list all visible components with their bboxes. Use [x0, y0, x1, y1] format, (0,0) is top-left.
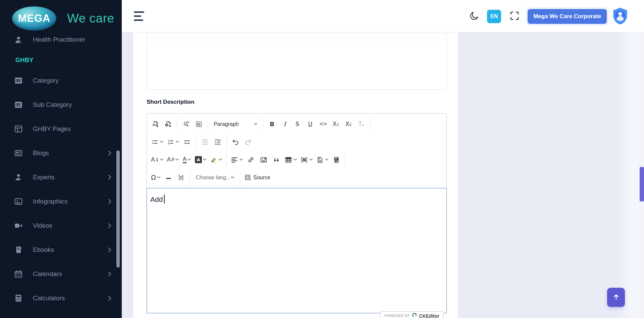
code-button[interactable]: <>	[317, 118, 329, 131]
underline-button[interactable]: U	[304, 118, 316, 131]
sidebar-item-experts[interactable]: Experts	[0, 165, 122, 189]
hamburger-menu-button[interactable]	[134, 11, 145, 21]
sidebar-item-label: Sub Category	[33, 101, 72, 108]
insert-table-button[interactable]	[283, 153, 298, 166]
header-actions: EN Mega We Care Corporate	[468, 0, 629, 33]
svg-text:HTML: HTML	[334, 160, 338, 162]
superscript-icon: X2	[345, 121, 352, 127]
font-family-button[interactable]: A	[165, 153, 180, 166]
source-editing-button[interactable]: Source	[243, 171, 272, 184]
editor-content[interactable]: Add	[147, 188, 446, 208]
table-icon	[284, 156, 292, 164]
subscript-button[interactable]: X2	[330, 118, 342, 131]
highlight-button[interactable]	[208, 153, 223, 166]
code-block-icon	[316, 156, 324, 164]
link-button[interactable]	[245, 153, 257, 166]
font-background-color-button[interactable]: A	[194, 153, 208, 166]
sidebar-scrollbar-thumb[interactable]	[116, 150, 120, 268]
upper-form-field[interactable]	[147, 33, 447, 90]
indent-button[interactable]	[212, 136, 224, 148]
fullscreen-button[interactable]	[508, 10, 521, 22]
media-icon	[300, 156, 308, 164]
ckeditor-badge[interactable]: POWERED BY CKEditor	[380, 311, 444, 318]
text-alignment-button[interactable]	[229, 153, 244, 166]
sidebar-item-videos[interactable]: Videos	[0, 214, 122, 238]
special-characters-button[interactable]: Ω	[150, 171, 162, 184]
remove-format-button[interactable]: Tx	[355, 118, 367, 131]
undo-button[interactable]	[229, 136, 241, 148]
italic-button[interactable]: I	[279, 118, 291, 131]
svg-text:1: 1	[168, 139, 169, 142]
sidebar-item-infographics[interactable]: Infographics	[0, 189, 122, 214]
horizontal-line-button[interactable]	[162, 171, 174, 184]
outdent-button[interactable]	[199, 136, 211, 148]
toolbar-separator	[263, 118, 263, 131]
chevron-right-icon	[108, 175, 112, 180]
ckeditor-brand-text: CKEditor	[419, 313, 439, 318]
export-word-button[interactable]: W	[162, 118, 174, 131]
select-all-icon	[195, 120, 203, 128]
sidebar-item-calculators[interactable]: Calculators	[0, 286, 122, 310]
rich-text-editor: PDFWParagraphBISU<>X2X2Tx12A↕AAAHTMLΩCho…	[147, 113, 447, 313]
language-dropdown[interactable]: Choose lang...	[193, 171, 237, 184]
sidebar-item-ebooks[interactable]: Ebooks	[0, 238, 122, 262]
powered-by-text: POWERED BY	[385, 314, 410, 318]
sidebar-item-label: Calculators	[33, 294, 65, 302]
page-scrollbar-thumb[interactable]	[640, 167, 644, 201]
editor-editable-area[interactable]: Add POWERED BY CKEditor	[147, 188, 447, 313]
html-embed-button[interactable]: HTML	[330, 153, 342, 166]
calculators-icon	[14, 294, 23, 303]
editor-text: Add	[150, 195, 163, 203]
sidebar-item-sub-category[interactable]: Sub Category	[0, 93, 122, 117]
svg-text:PDF: PDF	[152, 124, 157, 126]
find-and-replace-button[interactable]	[180, 118, 192, 131]
redo-button[interactable]	[242, 136, 254, 148]
strikethrough-button[interactable]: S	[291, 118, 304, 131]
redo-icon	[244, 138, 252, 146]
font-size-button[interactable]: A↕	[150, 153, 165, 166]
font-background-icon: A	[195, 156, 202, 163]
workspace-button[interactable]: Mega We Care Corporate	[528, 9, 607, 24]
sidebar-item-category[interactable]: Category	[0, 69, 122, 93]
special-characters-icon: Ω	[151, 174, 156, 181]
toolbar-separator	[196, 135, 196, 149]
content-card: Short Description PDFWParagraphBISU<>X2X…	[133, 33, 458, 318]
font-size-icon: A↕	[151, 157, 159, 163]
heading-dropdown[interactable]: Paragraph	[210, 118, 261, 131]
sidebar-item-label: Category	[33, 77, 59, 84]
font-color-button[interactable]: A	[181, 153, 193, 166]
ckeditor-logo-icon	[412, 313, 417, 318]
select-all-button[interactable]	[193, 118, 205, 131]
user-avatar[interactable]	[612, 7, 629, 26]
insert-media-button[interactable]	[299, 153, 314, 166]
sidebar-item-calendars[interactable]: Calendars	[0, 262, 122, 286]
bold-button[interactable]: B	[266, 118, 278, 131]
numbered-list-button[interactable]: 12	[165, 136, 180, 148]
chevron-right-icon	[108, 271, 112, 277]
blogs-icon	[14, 149, 23, 157]
sidebar-item-label: Videos	[33, 222, 52, 229]
bulleted-list-button[interactable]	[150, 136, 165, 148]
code-block-button[interactable]	[315, 153, 330, 166]
scroll-to-top-button[interactable]	[607, 288, 625, 307]
sidebar-item-ghby-pages[interactable]: GHBY Pages	[0, 117, 122, 141]
remove-format-icon: Tx	[359, 121, 364, 127]
dark-mode-toggle[interactable]	[468, 10, 480, 22]
sidebar-item-label: GHBY Pages	[33, 125, 71, 133]
calendars-icon	[14, 270, 23, 278]
app-logo[interactable]: MEGA We care	[0, 0, 122, 37]
superscript-button[interactable]: X2	[342, 118, 355, 131]
underline-icon: U	[308, 121, 312, 127]
insert-image-button[interactable]	[258, 153, 270, 166]
chevron-right-icon	[108, 223, 112, 228]
sidebar-item-blogs[interactable]: Blogs	[0, 141, 122, 165]
source-icon	[244, 174, 252, 182]
dropdown-label: Choose lang...	[196, 175, 230, 181]
block-quote-button[interactable]	[270, 153, 282, 166]
export-pdf-button[interactable]: PDF	[150, 118, 162, 131]
page-break-button[interactable]	[175, 171, 187, 184]
dropdown-label: Paragraph	[214, 121, 239, 127]
todo-list-button[interactable]	[181, 136, 193, 148]
experts-icon	[14, 173, 23, 182]
language-switcher[interactable]: EN	[487, 10, 501, 23]
